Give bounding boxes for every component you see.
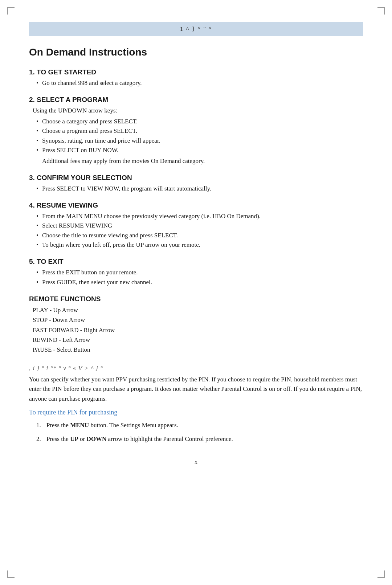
bullet-list-get-started: Go to channel 998 and select a category.	[36, 78, 363, 88]
section-body-exit: Press the EXIT button on your remote. Pr…	[33, 268, 363, 287]
section-heading-resume: 4. RESUME VIEWING	[29, 201, 363, 209]
bullet-list-exit: Press the EXIT button on your remote. Pr…	[36, 268, 363, 287]
corner-mark-bottom-right	[377, 570, 385, 578]
step-number: 1.	[36, 421, 41, 430]
bullet-list-resume: From the MAIN MENU choose the previously…	[36, 212, 363, 250]
bullet-list-select-program: Choose a category and press SELECT. Choo…	[36, 117, 363, 155]
list-item: Choose the title to resume viewing and p…	[36, 231, 363, 240]
ppv-sub-heading: To require the PIN for purchasing	[29, 409, 363, 416]
step-text-before: Press the	[46, 422, 70, 429]
step-number: 2.	[36, 434, 41, 444]
step-text-after: button. The Settings Menu appears.	[89, 422, 178, 429]
list-item: 1. Press the MENU button. The Settings M…	[36, 421, 363, 430]
ppv-steps-list: 1. Press the MENU button. The Settings M…	[36, 421, 363, 444]
section-heading-remote: REMOTE FUNCTIONS	[29, 295, 363, 303]
corner-mark-bottom-left	[7, 570, 15, 578]
header-bar-text: 1 ^ } ° " °	[180, 25, 212, 32]
section-body-get-started: Go to channel 998 and select a category.	[33, 78, 363, 88]
page-container: 1 ^ } ° " ° On Demand Instructions 1. TO…	[0, 0, 392, 585]
remote-table: PLAY - Up Arrow STOP - Down Arrow FAST F…	[33, 305, 363, 355]
section-body-resume: From the MAIN MENU choose the previously…	[33, 212, 363, 250]
list-item: To begin where you left off, press the U…	[36, 240, 363, 250]
corner-mark-top-right	[377, 7, 385, 15]
ppv-body: You can specify whether you want PPV pur…	[29, 375, 363, 404]
remote-row: PAUSE - Select Button	[33, 345, 363, 355]
section-heading-get-started: 1. TO GET STARTED	[29, 68, 363, 76]
header-bar: 1 ^ } ° " °	[29, 22, 363, 36]
ppv-section: , i } ° i °* ° v ° « V > ^ } ° You can s…	[29, 365, 363, 444]
list-item: Press GUIDE, then select your new channe…	[36, 278, 363, 287]
list-item: From the MAIN MENU choose the previously…	[36, 212, 363, 221]
page-number: x	[195, 459, 197, 465]
list-item: Go to channel 998 and select a category.	[36, 78, 363, 88]
page-footer: x	[29, 459, 363, 465]
list-item: Choose a category and press SELECT.	[36, 117, 363, 126]
step-text: Press the UP or DOWN arrow to highlight …	[46, 435, 233, 442]
section-confirm: 3. CONFIRM YOUR SELECTION Press SELECT t…	[29, 174, 363, 193]
remote-row: FAST FORWARD - Right Arrow	[33, 325, 363, 335]
section-exit: 5. TO EXIT Press the EXIT button on your…	[29, 258, 363, 287]
remote-row: PLAY - Up Arrow	[33, 305, 363, 315]
bullet-list-confirm: Press SELECT to VIEW NOW, the program wi…	[36, 184, 363, 193]
section-heading-confirm: 3. CONFIRM YOUR SELECTION	[29, 174, 363, 182]
section-resume: 4. RESUME VIEWING From the MAIN MENU cho…	[29, 201, 363, 250]
section-select-program: 2. SELECT A PROGRAM Using the UP/DOWN ar…	[29, 96, 363, 165]
list-item: 2. Press the UP or DOWN arrow to highlig…	[36, 434, 363, 444]
page-title: On Demand Instructions	[29, 46, 363, 58]
list-item: Press the EXIT button on your remote.	[36, 268, 363, 277]
section-body-confirm: Press SELECT to VIEW NOW, the program wi…	[33, 184, 363, 193]
remote-row: STOP - Down Arrow	[33, 315, 363, 325]
section-note: Additional fees may apply from the movie…	[42, 156, 363, 166]
section-heading-exit: 5. TO EXIT	[29, 258, 363, 266]
step-bold: MENU	[70, 422, 89, 429]
section-remote-functions: REMOTE FUNCTIONS PLAY - Up Arrow STOP - …	[29, 295, 363, 355]
section-body-select-program: Using the UP/DOWN arrow keys: Choose a c…	[33, 106, 363, 165]
remote-row: REWIND - Left Arrow	[33, 335, 363, 345]
section-heading-select-program: 2. SELECT A PROGRAM	[29, 96, 363, 104]
list-item: Choose a program and press SELECT.	[36, 126, 363, 136]
section-get-started: 1. TO GET STARTED Go to channel 998 and …	[29, 68, 363, 88]
list-item: Press SELECT on BUY NOW.	[36, 146, 363, 155]
list-item: Select RESUME VIEWING	[36, 221, 363, 230]
corner-mark-top-left	[7, 7, 15, 15]
step-bold-down: DOWN	[87, 435, 107, 442]
step-bold-up: UP	[70, 435, 78, 442]
section-intro: Using the UP/DOWN arrow keys:	[33, 106, 363, 115]
list-item: Synopsis, rating, run time and price wil…	[36, 136, 363, 146]
ppv-header: , i } ° i °* ° v ° « V > ^ } °	[29, 365, 363, 372]
list-item: Press SELECT to VIEW NOW, the program wi…	[36, 184, 363, 193]
